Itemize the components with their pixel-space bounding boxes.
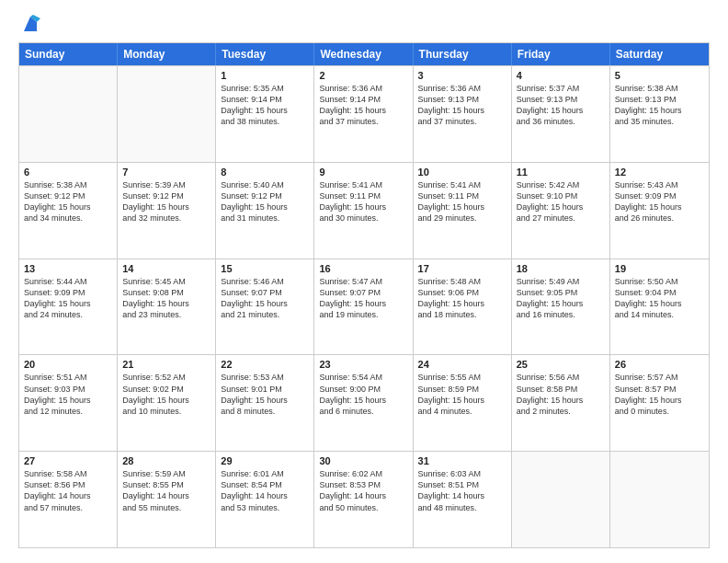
cell-info: Sunrise: 5:45 AM Sunset: 9:08 PM Dayligh… [122, 276, 210, 321]
cell-info: Sunrise: 5:49 AM Sunset: 9:05 PM Dayligh… [517, 276, 605, 321]
week-row-5: 27Sunrise: 5:58 AM Sunset: 8:56 PM Dayli… [19, 451, 709, 547]
day-number: 6 [24, 167, 112, 178]
cal-cell: 18Sunrise: 5:49 AM Sunset: 9:05 PM Dayli… [512, 259, 610, 355]
cal-cell: 8Sunrise: 5:40 AM Sunset: 9:12 PM Daylig… [216, 163, 314, 259]
day-number: 10 [418, 167, 506, 178]
cal-cell: 24Sunrise: 5:55 AM Sunset: 8:59 PM Dayli… [414, 355, 512, 451]
cal-cell: 1Sunrise: 5:35 AM Sunset: 9:14 PM Daylig… [216, 66, 314, 162]
cell-info: Sunrise: 5:36 AM Sunset: 9:13 PM Dayligh… [418, 83, 506, 128]
day-number: 1 [221, 70, 309, 81]
day-header-sunday: Sunday [19, 43, 118, 65]
cal-cell: 21Sunrise: 5:52 AM Sunset: 9:02 PM Dayli… [118, 355, 216, 451]
day-number: 4 [517, 70, 605, 81]
day-header-friday: Friday [512, 43, 610, 65]
cell-info: Sunrise: 5:55 AM Sunset: 8:59 PM Dayligh… [418, 372, 506, 417]
day-number: 14 [122, 263, 210, 274]
cal-cell: 31Sunrise: 6:03 AM Sunset: 8:51 PM Dayli… [414, 452, 512, 547]
cal-cell: 6Sunrise: 5:38 AM Sunset: 9:12 PM Daylig… [19, 163, 118, 259]
cal-cell: 29Sunrise: 6:01 AM Sunset: 8:54 PM Dayli… [216, 452, 314, 547]
cell-info: Sunrise: 5:44 AM Sunset: 9:09 PM Dayligh… [24, 276, 112, 321]
cal-cell [610, 452, 709, 547]
cell-info: Sunrise: 5:59 AM Sunset: 8:55 PM Dayligh… [122, 468, 210, 513]
cal-cell: 16Sunrise: 5:47 AM Sunset: 9:07 PM Dayli… [314, 259, 413, 355]
cal-cell: 4Sunrise: 5:37 AM Sunset: 9:13 PM Daylig… [512, 66, 610, 162]
cell-info: Sunrise: 5:41 AM Sunset: 9:11 PM Dayligh… [319, 179, 407, 224]
day-number: 23 [319, 359, 407, 370]
page-header [18, 15, 710, 33]
cell-info: Sunrise: 6:01 AM Sunset: 8:54 PM Dayligh… [221, 468, 309, 513]
day-header-tuesday: Tuesday [216, 43, 314, 65]
day-number: 22 [221, 359, 309, 370]
day-number: 13 [24, 263, 112, 274]
cell-info: Sunrise: 5:51 AM Sunset: 9:03 PM Dayligh… [24, 372, 112, 417]
cell-info: Sunrise: 5:50 AM Sunset: 9:04 PM Dayligh… [615, 276, 704, 321]
cell-info: Sunrise: 5:48 AM Sunset: 9:06 PM Dayligh… [418, 276, 506, 321]
cal-cell: 12Sunrise: 5:43 AM Sunset: 9:09 PM Dayli… [610, 163, 709, 259]
day-number: 17 [418, 263, 506, 274]
cal-cell [118, 66, 216, 162]
cal-cell: 25Sunrise: 5:56 AM Sunset: 8:58 PM Dayli… [512, 355, 610, 451]
day-number: 19 [615, 263, 704, 274]
cell-info: Sunrise: 5:46 AM Sunset: 9:07 PM Dayligh… [221, 276, 309, 321]
logo [18, 15, 40, 33]
week-row-3: 13Sunrise: 5:44 AM Sunset: 9:09 PM Dayli… [19, 259, 709, 355]
cell-info: Sunrise: 5:53 AM Sunset: 9:01 PM Dayligh… [221, 372, 309, 417]
cell-info: Sunrise: 5:37 AM Sunset: 9:13 PM Dayligh… [517, 83, 605, 128]
cal-cell: 27Sunrise: 5:58 AM Sunset: 8:56 PM Dayli… [19, 452, 118, 547]
cell-info: Sunrise: 5:41 AM Sunset: 9:11 PM Dayligh… [418, 179, 506, 224]
cal-cell: 30Sunrise: 6:02 AM Sunset: 8:53 PM Dayli… [314, 452, 413, 547]
cell-info: Sunrise: 5:42 AM Sunset: 9:10 PM Dayligh… [517, 179, 605, 224]
calendar-header: SundayMondayTuesdayWednesdayThursdayFrid… [19, 43, 709, 65]
day-number: 3 [418, 70, 506, 81]
cal-cell: 20Sunrise: 5:51 AM Sunset: 9:03 PM Dayli… [19, 355, 118, 451]
day-number: 5 [615, 70, 704, 81]
cal-cell: 11Sunrise: 5:42 AM Sunset: 9:10 PM Dayli… [512, 163, 610, 259]
calendar: SundayMondayTuesdayWednesdayThursdayFrid… [18, 42, 710, 548]
cal-cell [512, 452, 610, 547]
cell-info: Sunrise: 5:54 AM Sunset: 9:00 PM Dayligh… [319, 372, 407, 417]
cal-cell: 13Sunrise: 5:44 AM Sunset: 9:09 PM Dayli… [19, 259, 118, 355]
day-header-monday: Monday [118, 43, 216, 65]
day-number: 9 [319, 167, 407, 178]
cal-cell: 14Sunrise: 5:45 AM Sunset: 9:08 PM Dayli… [118, 259, 216, 355]
day-header-wednesday: Wednesday [314, 43, 413, 65]
cal-cell: 5Sunrise: 5:38 AM Sunset: 9:13 PM Daylig… [610, 66, 709, 162]
day-number: 26 [615, 359, 704, 370]
cal-cell: 28Sunrise: 5:59 AM Sunset: 8:55 PM Dayli… [118, 452, 216, 547]
cell-info: Sunrise: 5:38 AM Sunset: 9:12 PM Dayligh… [24, 179, 112, 224]
cal-cell: 10Sunrise: 5:41 AM Sunset: 9:11 PM Dayli… [414, 163, 512, 259]
day-number: 16 [319, 263, 407, 274]
cell-info: Sunrise: 6:03 AM Sunset: 8:51 PM Dayligh… [418, 468, 506, 513]
day-number: 8 [221, 167, 309, 178]
cal-cell: 7Sunrise: 5:39 AM Sunset: 9:12 PM Daylig… [118, 163, 216, 259]
cell-info: Sunrise: 5:57 AM Sunset: 8:57 PM Dayligh… [615, 372, 704, 417]
cell-info: Sunrise: 5:47 AM Sunset: 9:07 PM Dayligh… [319, 276, 407, 321]
cal-cell: 15Sunrise: 5:46 AM Sunset: 9:07 PM Dayli… [216, 259, 314, 355]
cal-cell: 19Sunrise: 5:50 AM Sunset: 9:04 PM Dayli… [610, 259, 709, 355]
cell-info: Sunrise: 5:56 AM Sunset: 8:58 PM Dayligh… [517, 372, 605, 417]
week-row-4: 20Sunrise: 5:51 AM Sunset: 9:03 PM Dayli… [19, 354, 709, 451]
day-header-saturday: Saturday [610, 43, 709, 65]
day-number: 20 [24, 359, 112, 370]
cell-info: Sunrise: 5:40 AM Sunset: 9:12 PM Dayligh… [221, 179, 309, 224]
cell-info: Sunrise: 5:43 AM Sunset: 9:09 PM Dayligh… [615, 179, 704, 224]
cal-cell: 3Sunrise: 5:36 AM Sunset: 9:13 PM Daylig… [414, 66, 512, 162]
day-number: 24 [418, 359, 506, 370]
cell-info: Sunrise: 5:38 AM Sunset: 9:13 PM Dayligh… [615, 83, 704, 128]
day-number: 18 [517, 263, 605, 274]
cell-info: Sunrise: 5:35 AM Sunset: 9:14 PM Dayligh… [221, 83, 309, 128]
cal-cell: 26Sunrise: 5:57 AM Sunset: 8:57 PM Dayli… [610, 355, 709, 451]
day-number: 21 [122, 359, 210, 370]
logo-icon [20, 15, 40, 35]
day-number: 12 [615, 167, 704, 178]
cell-info: Sunrise: 5:58 AM Sunset: 8:56 PM Dayligh… [24, 468, 112, 513]
day-header-thursday: Thursday [414, 43, 512, 65]
cell-info: Sunrise: 5:52 AM Sunset: 9:02 PM Dayligh… [122, 372, 210, 417]
cal-cell [19, 66, 118, 162]
day-number: 29 [221, 455, 309, 466]
cal-cell: 23Sunrise: 5:54 AM Sunset: 9:00 PM Dayli… [314, 355, 413, 451]
day-number: 11 [517, 167, 605, 178]
day-number: 15 [221, 263, 309, 274]
day-number: 2 [319, 70, 407, 81]
day-number: 30 [319, 455, 407, 466]
